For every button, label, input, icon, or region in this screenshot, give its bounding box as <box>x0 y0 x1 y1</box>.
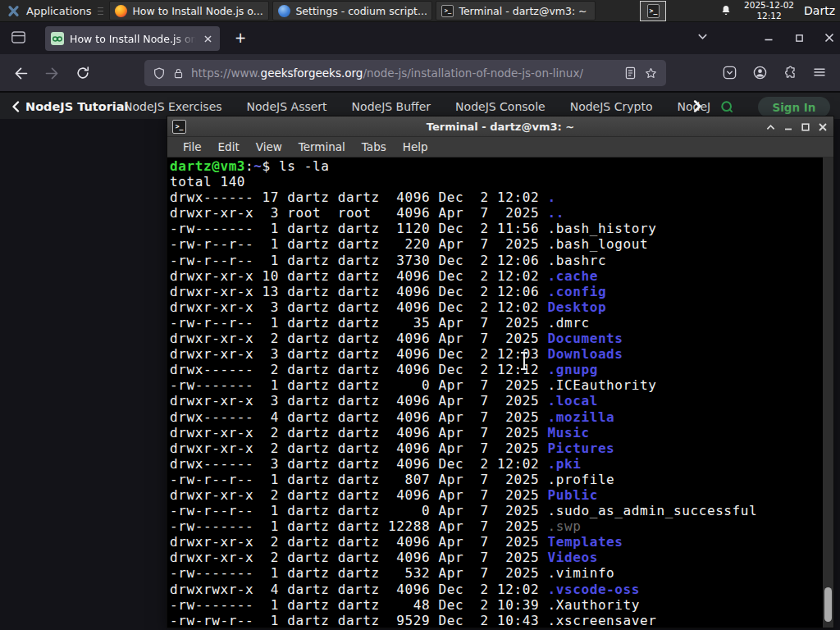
applications-icon <box>7 4 21 18</box>
terminal-menubar: File Edit View Terminal Tabs Help <box>167 137 833 158</box>
url-text: https://www.geeksforgeeks.org/node-js/in… <box>191 66 583 80</box>
menu-terminal[interactable]: Terminal <box>290 140 354 153</box>
lock-icon[interactable] <box>173 67 184 80</box>
bookmark-star-icon[interactable] <box>644 66 658 80</box>
nav-more-chevron-right-icon[interactable] <box>693 100 702 112</box>
ls-row: -rw-r--r-- 1 dartz dartz 35 Apr 7 2025 .… <box>170 315 757 331</box>
pocket-save-icon[interactable] <box>720 63 739 82</box>
taskbar-window-codium-settings[interactable]: Settings - codium script... <box>272 1 432 21</box>
ls-row: -rw------- 1 dartz dartz 48 Dec 2 10:39 … <box>170 597 757 613</box>
taskbar-window-label: Settings - codium script... <box>295 5 427 17</box>
browser-minimize-button[interactable] <box>759 29 778 47</box>
ls-row: -rw-r--r-- 1 dartz dartz 0 Apr 7 2025 .s… <box>170 503 757 518</box>
ls-row: drwxr-xr-x 2 dartz dartz 4096 Apr 7 2025… <box>170 534 757 550</box>
ls-row: -rw-r--r-- 1 dartz dartz 3730 Dec 2 12:0… <box>170 253 757 268</box>
menu-help[interactable]: Help <box>395 140 436 153</box>
back-icon[interactable] <box>11 63 31 84</box>
nav-link-nodejs-exercises[interactable]: NodeJS Exercises <box>124 100 222 113</box>
list-all-tabs-icon[interactable] <box>696 30 709 43</box>
ls-row: drwxr-xr-x 13 dartz dartz 4096 Dec 2 12:… <box>170 284 757 299</box>
terminal-titlebar[interactable]: >_ Terminal - dartz@vm3: ~ <box>167 116 833 137</box>
nav-link-nodejs-buffer[interactable]: NodeJS Buffer <box>352 100 431 113</box>
sign-in-button[interactable]: Sign In <box>758 97 830 117</box>
menu-file[interactable]: File <box>175 140 210 153</box>
taskbar: Applications How to Install Node.js o...… <box>0 0 840 22</box>
firefox-view-icon[interactable] <box>11 30 26 44</box>
reload-icon[interactable] <box>73 63 93 83</box>
account-icon[interactable] <box>751 63 769 82</box>
terminal-scrollbar-thumb[interactable] <box>824 587 832 622</box>
panel-grip <box>98 7 104 15</box>
terminal-minimize-button[interactable] <box>784 123 792 130</box>
nav-link-nodejs-assert[interactable]: NodeJS Assert <box>247 100 327 113</box>
taskbar-window-label: How to Install Node.js o... <box>132 5 262 17</box>
tray-terminal-launcher[interactable]: >_ <box>640 1 666 21</box>
ls-row: drwxr-xr-x 2 dartz dartz 4096 Apr 7 2025… <box>170 550 757 565</box>
new-tab-button[interactable]: + <box>231 29 250 48</box>
ls-row: drwxr-xr-x 3 dartz dartz 4096 Apr 7 2025… <box>170 393 757 409</box>
ls-row: -rw-r--r-- 1 dartz dartz 220 Apr 7 2025 … <box>170 236 757 252</box>
notification-bell-icon[interactable] <box>719 4 733 17</box>
taskbar-window-terminal[interactable]: >_ Terminal - dartz@vm3: ~ <box>436 1 596 21</box>
user-menu[interactable]: Dartz <box>804 4 835 17</box>
ls-row: drwxrwxr-x 4 dartz dartz 4096 Dec 2 12:0… <box>170 582 757 597</box>
ls-row: drwxr-xr-x 2 dartz dartz 4096 Apr 7 2025… <box>170 425 757 441</box>
reader-mode-icon[interactable] <box>624 66 637 80</box>
ls-row: drwxr-xr-x 10 dartz dartz 4096 Dec 2 12:… <box>170 268 757 284</box>
ls-row: drwxr-xr-x 2 dartz dartz 4096 Apr 7 2025… <box>170 441 757 456</box>
geeksforgeeks-favicon <box>51 32 64 45</box>
browser-tab[interactable]: How to Install Node.js on <box>45 26 220 51</box>
applications-menu-button[interactable]: Applications <box>0 0 98 21</box>
browser-maximize-button[interactable] <box>789 29 809 47</box>
ls-row: -rw------- 1 dartz dartz 12288 Apr 7 202… <box>170 518 757 534</box>
browser-close-button[interactable] <box>819 29 839 47</box>
taskbar-window-firefox[interactable]: How to Install Node.js o... <box>109 1 269 21</box>
tab-title: How to Install Node.js on <box>70 33 196 45</box>
menu-tabs[interactable]: Tabs <box>354 140 395 153</box>
menu-edit[interactable]: Edit <box>210 140 248 153</box>
search-icon[interactable] <box>720 100 734 114</box>
clock-date: 2025-12-02 <box>744 0 794 11</box>
clock[interactable]: 2025-12-02 12:12 <box>744 0 794 21</box>
chevron-left-icon <box>11 101 20 112</box>
browser-tab-bar: How to Install Node.js on + <box>0 22 840 54</box>
terminal-window: >_ Terminal - dartz@vm3: ~ File Edit <box>167 116 834 628</box>
ls-row: -rw------- 1 dartz dartz 1120 Dec 2 11:5… <box>170 221 757 236</box>
desktop: Applications How to Install Node.js o...… <box>0 0 840 630</box>
nav-link-nodejs-crypto[interactable]: NodeJS Crypto <box>570 100 653 113</box>
ls-row: -rw-rw-r-- 1 dartz dartz 9529 Dec 2 10:4… <box>170 613 757 628</box>
ls-row: drwxr-xr-x 2 dartz dartz 4096 Apr 7 2025… <box>170 487 757 503</box>
codium-icon <box>278 5 290 17</box>
url-bar[interactable]: https://www.geeksforgeeks.org/node-js/in… <box>144 60 666 86</box>
menu-view[interactable]: View <box>248 140 290 153</box>
ls-row: drwx------ 3 dartz dartz 4096 Dec 2 12:0… <box>170 456 757 472</box>
nav-back-nodejs-tutorial[interactable]: NodeJS Tutorial <box>11 93 129 120</box>
firefox-icon <box>115 5 127 17</box>
terminal-maximize-button[interactable] <box>801 123 810 131</box>
terminal-output-area[interactable]: dartz@vm3:~$ ls -la total 140 drwx------… <box>167 158 833 628</box>
ls-row: drwx------ 17 dartz dartz 4096 Dec 2 12:… <box>170 189 757 205</box>
nav-back-label: NodeJS Tutorial <box>25 100 129 113</box>
ls-row: drwx------ 4 dartz dartz 4096 Apr 7 2025… <box>170 409 757 425</box>
ls-row: drwxr-xr-x 3 root root 4096 Apr 7 2025 .… <box>170 205 757 221</box>
applications-label: Applications <box>26 5 91 17</box>
clock-time: 12:12 <box>744 11 794 21</box>
tab-close-icon[interactable] <box>202 33 214 45</box>
ibeam-cursor <box>520 352 528 370</box>
ls-row: drwxr-xr-x 3 dartz dartz 4096 Dec 2 12:0… <box>170 346 757 362</box>
terminal-scrollbar[interactable] <box>823 158 833 628</box>
hamburger-menu-icon[interactable] <box>810 63 829 81</box>
ls-row: drwx------ 2 dartz dartz 4096 Dec 2 12:1… <box>170 362 757 377</box>
nav-link-nodejs-console[interactable]: NodeJS Console <box>455 100 546 113</box>
ls-row: -rw-r--r-- 1 dartz dartz 807 Apr 7 2025 … <box>170 472 757 487</box>
terminal-shade-button[interactable] <box>766 124 775 130</box>
shield-icon[interactable] <box>153 66 166 80</box>
terminal-title: Terminal - dartz@vm3: ~ <box>167 116 833 137</box>
terminal-icon: >_ <box>441 5 454 17</box>
terminal-icon: >_ <box>172 120 186 134</box>
terminal-close-button[interactable] <box>819 123 827 131</box>
ls-row: -rw------- 1 dartz dartz 0 Apr 7 2025 .I… <box>170 377 757 393</box>
terminal-total-line: total 140 <box>170 174 757 189</box>
forward-icon[interactable] <box>42 63 62 84</box>
extensions-puzzle-icon[interactable] <box>780 63 799 82</box>
